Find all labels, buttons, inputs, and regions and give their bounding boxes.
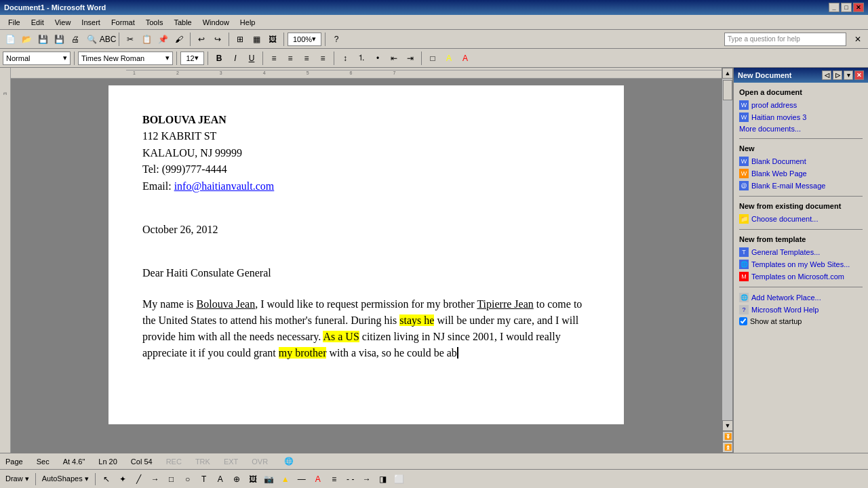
align-center[interactable]: ≡: [283, 51, 298, 66]
draw-arrow-style[interactable]: →: [359, 472, 374, 487]
link-blank-doc[interactable]: W Blank Document: [739, 157, 863, 166]
pane-close-btn[interactable]: ✕: [854, 70, 864, 80]
link-blank-web[interactable]: W Blank Web Page: [739, 169, 863, 178]
menu-edit[interactable]: Edit: [26, 17, 50, 28]
menu-help[interactable]: Help: [235, 17, 261, 28]
show-startup-checkbox[interactable]: [739, 317, 747, 325]
table-btn[interactable]: ⊞: [233, 32, 248, 47]
save2-btn[interactable]: 💾: [52, 32, 66, 47]
font-color[interactable]: A: [458, 51, 473, 66]
close-pane-btn[interactable]: ✕: [850, 32, 865, 47]
draw-wordart[interactable]: A: [213, 472, 228, 487]
draw-font-color[interactable]: A: [311, 472, 326, 487]
next-page-btn[interactable]: ⏬: [722, 431, 733, 442]
minimize-button[interactable]: _: [829, 3, 840, 12]
italic-btn[interactable]: I: [228, 51, 243, 66]
pane-menu-btn[interactable]: ▾: [844, 70, 853, 80]
draw-photo[interactable]: 📷: [262, 472, 277, 487]
draw-pointer[interactable]: ✦: [115, 472, 130, 487]
font-size[interactable]: 12▾: [180, 52, 204, 65]
draw-cursor[interactable]: ↖: [99, 472, 114, 487]
img-btn[interactable]: 🖼: [265, 32, 280, 47]
save-btn[interactable]: 💾: [35, 32, 50, 47]
pane-forward-btn[interactable]: ▷: [833, 70, 842, 80]
align-right[interactable]: ≡: [299, 51, 314, 66]
line-spacing[interactable]: ↕: [338, 51, 353, 66]
numbering[interactable]: ⒈: [354, 51, 369, 66]
scroll-up-btn[interactable]: ▲: [722, 68, 733, 79]
menu-format[interactable]: Format: [106, 17, 140, 28]
outside-border[interactable]: □: [425, 51, 440, 66]
cols-btn[interactable]: ▦: [249, 32, 264, 47]
link-choose-doc[interactable]: 📁 Choose document...: [739, 214, 863, 224]
justify[interactable]: ≡: [315, 51, 330, 66]
increase-indent[interactable]: ⇥: [403, 51, 418, 66]
draw-rect[interactable]: □: [164, 472, 179, 487]
new-btn[interactable]: 📄: [3, 32, 18, 47]
link-web-templates[interactable]: 🌐 Templates on my Web Sites...: [739, 260, 863, 269]
email-link[interactable]: info@haitianvault.com: [174, 180, 275, 192]
style-selector[interactable]: Normal ▾: [3, 52, 71, 65]
open-btn[interactable]: 📂: [19, 32, 34, 47]
draw-dash-style[interactable]: - -: [343, 472, 358, 487]
doc-scroll-area[interactable]: BOLOUVA JEAN 112 KABRIT ST KALALOU, NJ 9…: [11, 79, 722, 453]
bold-btn[interactable]: B: [212, 51, 226, 66]
pane-back-btn[interactable]: ◁: [822, 70, 831, 80]
draw-fill-color[interactable]: ▲: [278, 472, 293, 487]
print-btn[interactable]: 🖨: [68, 32, 83, 47]
redo-btn[interactable]: ↪: [210, 32, 225, 47]
body-text[interactable]: My name is Bolouva Jean, I would like to…: [142, 296, 590, 361]
draw-oval[interactable]: ○: [180, 472, 195, 487]
menu-view[interactable]: View: [50, 17, 77, 28]
decrease-indent[interactable]: ⇤: [387, 51, 401, 66]
title-controls[interactable]: _ □ ✕: [829, 3, 864, 12]
undo-btn[interactable]: ↩: [194, 32, 209, 47]
menu-table[interactable]: Table: [168, 17, 197, 28]
close-button[interactable]: ✕: [853, 3, 864, 12]
highlight[interactable]: A: [441, 51, 456, 66]
draw-line[interactable]: ╱: [132, 472, 146, 487]
preview-btn[interactable]: 🔍: [84, 32, 99, 47]
draw-menu[interactable]: Draw ▾: [3, 473, 32, 485]
draw-textbox[interactable]: T: [197, 472, 212, 487]
link-proof-address[interactable]: W proof address: [739, 100, 863, 110]
draw-arrow[interactable]: →: [148, 472, 163, 487]
draw-3d[interactable]: ⬜: [392, 472, 407, 487]
menu-tools[interactable]: Tools: [140, 17, 169, 28]
link-more-docs[interactable]: More documents...: [739, 125, 863, 133]
copy-btn[interactable]: 📋: [139, 32, 154, 47]
link-add-network[interactable]: 🌐 Add Network Place...: [739, 293, 863, 302]
cut-btn[interactable]: ✂: [123, 32, 138, 47]
draw-line-color[interactable]: —: [294, 472, 309, 487]
scroll-thumb[interactable]: [723, 80, 732, 100]
link-haitian-movies[interactable]: W Haitian movies 3: [739, 113, 863, 122]
menu-file[interactable]: File: [3, 17, 26, 28]
format-painter[interactable]: 🖌: [172, 32, 186, 47]
zoom-box[interactable]: 100%▾: [288, 33, 321, 46]
scroll-down-btn[interactable]: ▼: [722, 420, 733, 431]
paste-btn[interactable]: 📌: [155, 32, 170, 47]
scroll-track[interactable]: [722, 79, 732, 420]
draw-line-style[interactable]: ≡: [327, 472, 342, 487]
link-word-help[interactable]: ? Microsoft Word Help: [739, 305, 863, 314]
align-left[interactable]: ≡: [267, 51, 281, 66]
spell-btn[interactable]: ABC: [100, 32, 115, 47]
menu-window[interactable]: Window: [197, 17, 235, 28]
vertical-scrollbar[interactable]: ▲ ▼ ⏬ ⏫: [722, 68, 732, 453]
autoshapes-menu[interactable]: AutoShapes ▾: [39, 473, 92, 485]
help-icon[interactable]: ?: [329, 32, 344, 47]
maximize-button[interactable]: □: [841, 3, 852, 12]
bullets[interactable]: •: [370, 51, 385, 66]
link-general-templates[interactable]: T General Templates...: [739, 247, 863, 257]
menu-insert[interactable]: Insert: [76, 17, 106, 28]
font-selector[interactable]: Times New Roman ▾: [78, 52, 173, 65]
draw-clipart[interactable]: 🖼: [245, 472, 260, 487]
draw-shadow[interactable]: ◨: [376, 472, 391, 487]
new-template-title: New from template: [739, 235, 863, 243]
draw-diagram[interactable]: ⊕: [229, 472, 244, 487]
link-ms-templates[interactable]: M Templates on Microsoft.com: [739, 272, 863, 281]
underline-btn[interactable]: U: [244, 51, 259, 66]
prev-page-btn[interactable]: ⏫: [722, 442, 733, 453]
link-blank-email[interactable]: @ Blank E-mail Message: [739, 181, 863, 190]
help-box[interactable]: Type a question for help: [724, 33, 846, 46]
